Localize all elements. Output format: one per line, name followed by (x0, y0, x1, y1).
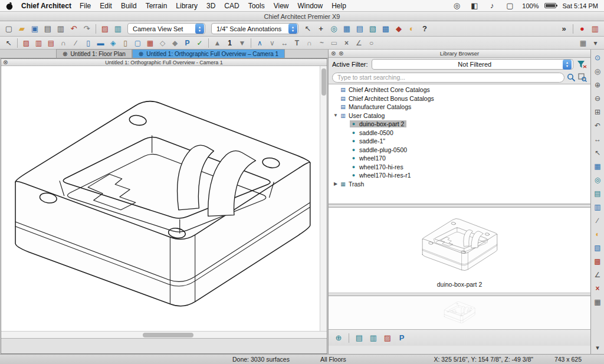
tree-item-wheel170-hi-res-r1[interactable]: ●wheel170-hi-res-r1 (329, 171, 590, 180)
tree-item-saddle-1-[interactable]: ●saddle-1" (329, 137, 590, 146)
viewport-close-icon[interactable]: ⊗ (3, 59, 8, 65)
library-preview-pane[interactable]: duino-box-part 2 (329, 208, 590, 293)
menu-edit[interactable]: Edit (100, 2, 112, 10)
search-icon[interactable] (567, 73, 576, 82)
disclosure-triangle[interactable]: ▼ (332, 113, 339, 118)
filter-dropdown[interactable]: Not Filtered ▲▼ (372, 59, 573, 70)
menu-cad[interactable]: CAD (224, 2, 239, 10)
floor-number-value[interactable]: 1 (224, 38, 236, 48)
library-render-preview-pane[interactable] (329, 296, 590, 329)
elevation-view-icon[interactable]: ▤ (592, 188, 603, 199)
pan-window-icon[interactable]: + (314, 23, 327, 35)
tab-close-icon[interactable]: ⊗ (139, 51, 143, 57)
railing-icon[interactable]: ▤ (45, 38, 57, 48)
more-tools-icon[interactable]: ▾ (589, 38, 602, 48)
open-plan-icon[interactable]: ▰ (15, 23, 28, 35)
horizontal-scrollbar[interactable] (1, 331, 327, 338)
menu-window[interactable]: Window (298, 2, 323, 10)
menu-view[interactable]: View (274, 2, 289, 10)
slab-icon[interactable]: ▬ (94, 38, 107, 48)
horizontal-scroll-thumb[interactable] (143, 333, 193, 337)
straight-wall-icon[interactable]: ▥ (32, 38, 45, 48)
menu-build[interactable]: Build (121, 2, 137, 10)
section-view-icon[interactable]: ▥ (592, 201, 603, 213)
tree-item-wheel170[interactable]: ●wheel170 (329, 154, 590, 163)
terrain-check-icon[interactable]: ✓ (193, 38, 206, 48)
sprinkler-icon[interactable]: ◈ (107, 38, 119, 48)
cabinet-icon[interactable]: ▦ (144, 38, 156, 48)
export-image-icon[interactable]: ▦ (592, 160, 603, 172)
tab-orthographic-overview[interactable]: ⊗ Untitled 1: Orthographic Full Overview… (132, 49, 285, 58)
roof-icon[interactable]: ∧ (254, 38, 266, 48)
print-icon[interactable]: ▤ (41, 23, 54, 35)
blueprint-view-icon[interactable]: P (395, 332, 408, 344)
tree-item-saddle-0500[interactable]: ●saddle-0500 (329, 129, 590, 137)
pan-icon[interactable]: ↔ (592, 133, 603, 145)
menu-library[interactable]: Library (176, 2, 198, 10)
floor-down-icon[interactable]: ▼ (236, 38, 248, 48)
record-walkthrough-icon[interactable]: ● (576, 23, 589, 35)
dimension-icon[interactable]: ↔ (278, 38, 291, 48)
box-tool-icon[interactable]: ▭ (328, 38, 340, 48)
orthographic-view-canvas[interactable] (1, 66, 320, 331)
tree-item-saddle-plug-0500[interactable]: ●saddle-plug-0500 (329, 146, 590, 155)
vertical-scrollbar[interactable] (320, 66, 327, 331)
library-search-input[interactable] (332, 73, 564, 83)
delete-icon[interactable]: × (592, 283, 603, 294)
scale-annotations-dropdown[interactable]: 1/4" Scale Annotations ▲▼ (211, 23, 298, 34)
library-header[interactable]: ⊗ ⊗ Library Browser (329, 50, 590, 58)
cad-line-icon[interactable]: ∕ (70, 38, 82, 48)
tree-item-user-catalog[interactable]: ▼▥User Catalog (329, 112, 590, 120)
more-icons-chevron[interactable]: ▾ (596, 344, 599, 352)
copy-to-library-icon[interactable]: ▤ (353, 332, 366, 344)
object-properties-icon[interactable]: ▩ (379, 23, 392, 35)
column-icon[interactable]: ▯ (82, 38, 94, 48)
annotations-edit-icon[interactable]: ▨ (99, 23, 111, 35)
delete-tool-icon[interactable]: × (340, 38, 353, 48)
customize-toolbars-icon[interactable]: ▥ (589, 23, 602, 35)
arc-tool-icon[interactable]: ∩ (303, 38, 316, 48)
polyline-solid-icon[interactable]: P (181, 38, 193, 48)
select-arrow-icon[interactable]: ↖ (2, 38, 15, 48)
menu-terrain[interactable]: Terrain (146, 2, 168, 10)
menu-help[interactable]: Help (331, 2, 346, 10)
apple-logo-icon[interactable] (6, 2, 14, 10)
library-close-icon[interactable]: ⊗ (331, 50, 336, 57)
curved-wall-icon[interactable]: ∩ (57, 38, 70, 48)
search-options-icon[interactable] (578, 73, 587, 82)
angle-tool-icon[interactable]: ∠ (353, 38, 365, 48)
ceiling-icon[interactable]: ∨ (266, 38, 278, 48)
select-objects-icon[interactable]: ↖ (301, 23, 314, 35)
menu-file[interactable]: File (80, 2, 91, 10)
fill-window-icon[interactable]: ⊞ (592, 106, 603, 118)
window-titlebar[interactable]: Chief Architect Premier X9 (0, 12, 604, 21)
materials-icon[interactable]: ▧ (592, 242, 603, 254)
camera-views-icon[interactable]: ◎ (592, 174, 603, 186)
zoom-in-icon[interactable]: ⊕ (592, 79, 603, 91)
export-library-icon[interactable]: ▥ (367, 332, 380, 344)
tab-close-icon[interactable]: ⊗ (63, 51, 67, 57)
tree-item-chief-architect-bonus-catalogs[interactable]: ▤Chief Architect Bonus Catalogs (329, 94, 590, 103)
new-plan-icon[interactable]: ▢ (2, 23, 15, 35)
help-icon[interactable]: ? (418, 23, 431, 35)
library-detach-icon[interactable]: ⊗ (339, 50, 343, 57)
display-options-icon[interactable]: ▤ (353, 23, 366, 35)
zoom-icon[interactable]: ◎ (592, 65, 603, 77)
tree-item-duino-box-part-2[interactable]: ●duino-box-part 2 (329, 120, 590, 129)
camera-icon[interactable]: ◎ (327, 23, 340, 35)
hatch-wall-icon[interactable]: ▨ (20, 38, 32, 48)
mirroring-icon[interactable]: ◎ (450, 0, 463, 12)
furniture-icon[interactable]: ◆ (169, 38, 181, 48)
spline-tool-icon[interactable]: ~ (316, 38, 328, 48)
select-icon[interactable]: ↖ (592, 147, 603, 159)
adjust-lights-icon[interactable]: ◐ (592, 228, 603, 240)
camera-view-set-dropdown[interactable]: Camera View Set ▲▼ (127, 23, 205, 34)
zoom-out-icon[interactable]: ⊖ (592, 93, 603, 104)
save-plan-icon[interactable]: ▣ (28, 23, 41, 35)
viewport-header[interactable]: ⊗ Untitled 1: Orthographic Full Overview… (1, 59, 327, 66)
delete-from-library-icon[interactable]: ▨ (381, 332, 394, 344)
grid-icon[interactable]: ▦ (592, 296, 603, 308)
preview-zoom-icon[interactable]: ⊕ (332, 332, 345, 344)
angle-snap-icon[interactable]: ∠ (592, 269, 603, 281)
menu-tools[interactable]: Tools (248, 2, 265, 10)
